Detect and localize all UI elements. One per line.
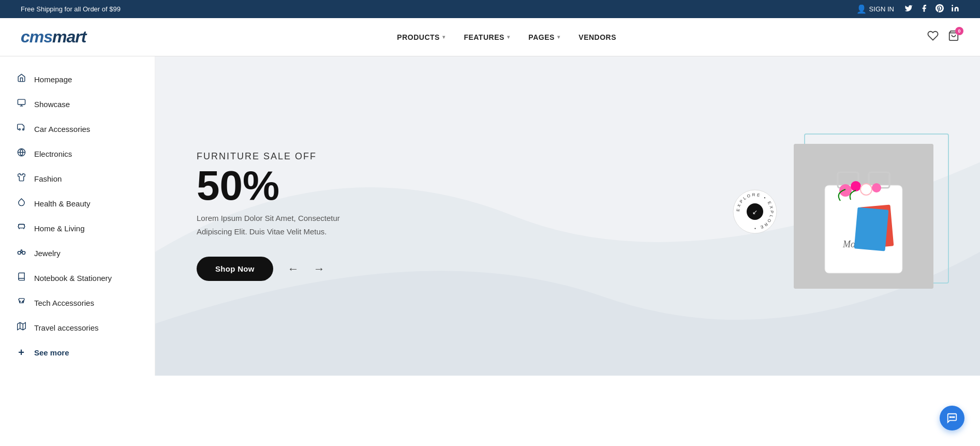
shop-now-button[interactable]: Shop Now xyxy=(197,257,273,281)
sidebar-label-see-more: See more xyxy=(34,348,69,357)
cart-count-badge: 0 xyxy=(955,27,963,35)
header: cmsmart PRODUCTS ▾ FEATURES ▾ PAGES ▾ VE… xyxy=(0,18,980,56)
sidebar-item-notebook[interactable]: Notebook & Stationery xyxy=(0,265,155,290)
sidebar-label-health-beauty: Health & Beauty xyxy=(34,199,90,208)
sidebar-item-tech-accessories[interactable]: Tech Accessories xyxy=(0,290,155,315)
sidebar-label-notebook: Notebook & Stationery xyxy=(34,274,112,283)
sidebar: Homepage Showcase Car Accessories Electr… xyxy=(0,56,155,376)
nav-features[interactable]: FEATURES ▾ xyxy=(464,33,510,41)
logo[interactable]: cmsmart xyxy=(21,27,86,47)
gamepad-icon xyxy=(16,297,27,308)
glasses-icon xyxy=(16,247,27,259)
notebook-icon xyxy=(16,272,27,284)
next-slide-button[interactable]: → xyxy=(309,260,329,278)
sidebar-item-car-accessories[interactable]: Car Accessories xyxy=(0,116,155,141)
sidebar-item-home-living[interactable]: Home & Living xyxy=(0,216,155,241)
showcase-icon xyxy=(16,98,27,110)
header-actions: 0 xyxy=(927,30,959,44)
chevron-down-icon: ▾ xyxy=(507,34,510,40)
sidebar-item-jewelry[interactable]: Jewelry xyxy=(0,241,155,265)
sidebar-item-showcase[interactable]: Showcase xyxy=(0,92,155,116)
prev-slide-button[interactable]: ← xyxy=(284,260,303,278)
car-icon xyxy=(16,123,27,135)
globe-icon xyxy=(16,148,27,159)
cart-button[interactable]: 0 xyxy=(948,30,959,44)
nav-pages[interactable]: PAGES ▾ xyxy=(528,33,560,41)
sidebar-item-health-beauty[interactable]: Health & Beauty xyxy=(0,191,155,216)
chevron-down-icon: ▾ xyxy=(557,34,560,40)
pinterest-link[interactable] xyxy=(936,4,944,14)
shirt-icon xyxy=(16,173,27,184)
hero-image-area: Mockup xyxy=(794,128,959,304)
facebook-link[interactable] xyxy=(920,4,928,14)
svg-point-5 xyxy=(19,129,20,130)
main-layout: Homepage Showcase Car Accessories Electr… xyxy=(0,56,980,376)
svg-point-0 xyxy=(952,5,953,6)
svg-rect-36 xyxy=(854,207,889,251)
sidebar-item-homepage[interactable]: Homepage xyxy=(0,67,155,92)
linkedin-link[interactable] xyxy=(951,4,959,14)
sidebar-item-see-more[interactable]: + See more xyxy=(0,340,155,365)
circular-badge: ↙ EXPLORE • EXPLORE • xyxy=(732,188,778,235)
hero-description: Lorem Ipsum Dolor Sit Amet, ConsecteturA… xyxy=(197,212,340,238)
home-icon xyxy=(16,73,27,85)
user-icon: 👤 xyxy=(856,4,867,14)
announcement-text: Free Shipping for all Order of $99 xyxy=(21,5,121,13)
svg-text:↙: ↙ xyxy=(752,209,758,216)
nav-pages-label: PAGES xyxy=(528,33,554,41)
circular-badge-svg: ↙ EXPLORE • EXPLORE • xyxy=(732,188,778,235)
sidebar-label-electronics: Electronics xyxy=(34,150,72,158)
top-bar-right: 👤 SIGN IN xyxy=(856,4,959,14)
nav-products[interactable]: PRODUCTS ▾ xyxy=(397,33,445,41)
droplet-icon xyxy=(16,198,27,209)
sidebar-item-electronics[interactable]: Electronics xyxy=(0,141,155,166)
svg-point-11 xyxy=(18,251,21,255)
product-image-svg: Mockup xyxy=(794,144,933,289)
svg-point-33 xyxy=(872,183,881,192)
main-nav: PRODUCTS ▾ FEATURES ▾ PAGES ▾ VENDORS xyxy=(397,33,616,41)
hero-content: FURNITURE SALE OFF 50% Lorem Ipsum Dolor… xyxy=(155,120,371,312)
hero-actions: Shop Now ← → xyxy=(197,257,340,281)
hero-product-image: Mockup xyxy=(794,144,933,289)
sidebar-label-fashion: Fashion xyxy=(34,174,62,183)
sidebar-label-car-accessories: Car Accessories xyxy=(34,125,90,133)
sidebar-item-travel[interactable]: Travel accessories xyxy=(0,315,155,340)
nav-products-label: PRODUCTS xyxy=(397,33,440,41)
social-links xyxy=(904,4,959,14)
svg-point-32 xyxy=(860,184,872,195)
sidebar-label-showcase: Showcase xyxy=(34,100,70,109)
nav-vendors-label: VENDORS xyxy=(578,33,616,41)
sidebar-item-fashion[interactable]: Fashion xyxy=(0,166,155,191)
sidebar-label-homepage: Homepage xyxy=(34,75,72,84)
sidebar-label-home-living: Home & Living xyxy=(34,224,85,233)
svg-marker-19 xyxy=(17,322,25,330)
svg-rect-2 xyxy=(18,99,25,105)
sign-in-button[interactable]: 👤 SIGN IN xyxy=(856,4,894,14)
svg-point-12 xyxy=(22,251,25,255)
chevron-down-icon: ▾ xyxy=(442,34,446,40)
svg-point-6 xyxy=(22,129,24,130)
sidebar-label-travel: Travel accessories xyxy=(34,323,98,332)
top-bar: Free Shipping for all Order of $99 👤 SIG… xyxy=(0,0,980,18)
hero-arrows: ← → xyxy=(284,260,329,278)
sidebar-label-jewelry: Jewelry xyxy=(34,249,61,258)
svg-point-31 xyxy=(851,181,861,191)
hero-subtitle: FURNITURE SALE OFF xyxy=(197,151,340,162)
twitter-link[interactable] xyxy=(904,4,913,14)
hero-area: FURNITURE SALE OFF 50% Lorem Ipsum Dolor… xyxy=(155,56,980,376)
hero-percent: 50% xyxy=(197,165,340,206)
sofa-icon xyxy=(16,222,27,234)
map-icon xyxy=(16,322,27,333)
plus-icon: + xyxy=(16,347,27,359)
sidebar-label-tech-accessories: Tech Accessories xyxy=(34,299,94,307)
nav-vendors[interactable]: VENDORS xyxy=(578,33,616,41)
sign-in-label: SIGN IN xyxy=(869,5,894,13)
nav-features-label: FEATURES xyxy=(464,33,504,41)
wishlist-button[interactable] xyxy=(927,30,939,44)
